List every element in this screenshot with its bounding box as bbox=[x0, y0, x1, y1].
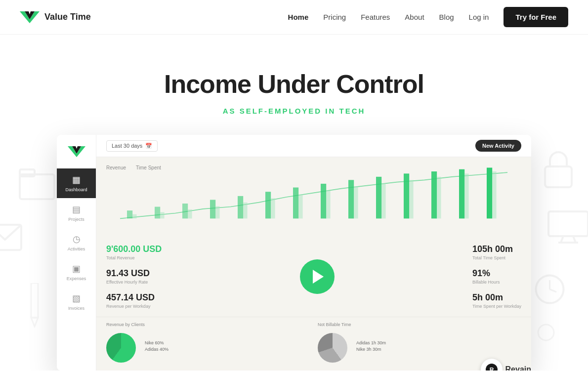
sidebar-item-activities[interactable]: ◷ Activities bbox=[57, 228, 96, 257]
svg-point-12 bbox=[536, 276, 564, 303]
nav-features[interactable]: Features bbox=[361, 13, 390, 21]
logo-text: Value Time bbox=[44, 12, 91, 22]
dashboard-icon: ▦ bbox=[72, 174, 81, 185]
billable-hours-value: 91% bbox=[472, 268, 521, 279]
svg-rect-33 bbox=[160, 212, 164, 218]
svg-rect-8 bbox=[548, 211, 588, 236]
not-billable-donut-chart bbox=[318, 333, 347, 363]
svg-rect-19 bbox=[155, 207, 160, 219]
stat-time-workday: 5h 00m Time Spent per Workday bbox=[472, 292, 521, 309]
svg-line-14 bbox=[550, 289, 557, 292]
svg-rect-37 bbox=[271, 198, 275, 218]
hero-subtitle: AS SELF-EMPLOYED IN TECH bbox=[20, 107, 568, 115]
nav-home[interactable]: Home bbox=[288, 13, 309, 21]
revain-text: Revain bbox=[505, 365, 531, 371]
sidebar-item-projects[interactable]: ▤ Projects bbox=[57, 198, 96, 228]
svg-line-10 bbox=[573, 236, 576, 243]
chart-area: Revenue Time Spent bbox=[96, 157, 531, 236]
nav-cta-button[interactable]: Try for Free bbox=[504, 7, 568, 27]
stat-total-revenue: 9'600.00 USD Total Revenue bbox=[106, 244, 162, 260]
deco-pencil-left bbox=[27, 283, 42, 330]
right-stats: 105h 00m Total Time Spent 91% Billable H… bbox=[472, 244, 521, 309]
not-billable-legend-item-0: Adidas 1h 30m bbox=[356, 340, 386, 345]
nav-blog[interactable]: Blog bbox=[439, 13, 454, 21]
time-workday-value: 5h 00m bbox=[472, 292, 521, 303]
svg-rect-35 bbox=[215, 206, 219, 218]
svg-line-9 bbox=[561, 236, 563, 243]
sidebar-projects-label: Projects bbox=[68, 217, 84, 222]
svg-rect-20 bbox=[182, 204, 188, 218]
svg-rect-27 bbox=[376, 177, 381, 219]
sidebar-dashboard-label: Dashboard bbox=[65, 187, 87, 192]
svg-rect-24 bbox=[293, 188, 298, 219]
date-filter[interactable]: Last 30 days 📅 bbox=[106, 140, 158, 152]
deco-monitor-right bbox=[546, 209, 588, 246]
svg-marker-6 bbox=[31, 318, 38, 327]
svg-rect-44 bbox=[464, 173, 468, 218]
nav-pricing[interactable]: Pricing bbox=[323, 13, 346, 21]
svg-rect-26 bbox=[348, 180, 354, 218]
svg-rect-3 bbox=[20, 169, 35, 176]
dashboard-preview: ▦ Dashboard ▤ Projects ◷ Activities ▣ Ex… bbox=[57, 135, 531, 371]
sidebar-activities-label: Activities bbox=[68, 247, 85, 251]
stats-row: 9'600.00 USD Total Revenue 91.43 USD Eff… bbox=[96, 236, 531, 317]
svg-rect-40 bbox=[354, 186, 358, 218]
hourly-rate-desc: Effective Hourly Rate bbox=[106, 280, 162, 285]
deco-circle-right bbox=[536, 323, 556, 344]
svg-rect-18 bbox=[127, 210, 132, 218]
play-button[interactable] bbox=[300, 259, 335, 294]
total-revenue-value: 9'600.00 USD bbox=[106, 244, 162, 254]
revenue-label: Revenue bbox=[106, 165, 126, 170]
legend-item-1: Adidas 40% bbox=[145, 347, 168, 352]
stat-billable-hours: 91% Billable Hours bbox=[472, 268, 521, 285]
time-workday-desc: Time Spent per Workday bbox=[472, 304, 521, 309]
svg-rect-45 bbox=[492, 171, 496, 218]
logo[interactable]: Value Time bbox=[20, 7, 91, 27]
billable-hours-desc: Billable Hours bbox=[472, 280, 521, 285]
svg-point-15 bbox=[538, 325, 554, 340]
svg-rect-2 bbox=[20, 174, 54, 199]
time-spent-label: Time Spent bbox=[136, 165, 161, 170]
svg-rect-7 bbox=[545, 166, 572, 187]
nav-links: Home Pricing Features About Blog Log in … bbox=[288, 7, 568, 27]
svg-rect-43 bbox=[437, 177, 441, 219]
invoices-icon: ▧ bbox=[72, 293, 81, 304]
svg-text:R: R bbox=[489, 367, 494, 371]
sidebar-item-expenses[interactable]: ▣ Expenses bbox=[57, 257, 96, 287]
nav-login[interactable]: Log in bbox=[469, 13, 489, 21]
svg-rect-42 bbox=[409, 180, 413, 218]
revenue-clients-title: Revenue by Clients bbox=[106, 317, 310, 327]
stat-revenue-workday: 457.14 USD Revenue per Workday bbox=[106, 292, 162, 309]
revenue-workday-value: 457.14 USD bbox=[106, 292, 162, 303]
new-activity-button[interactable]: New Activity bbox=[475, 140, 521, 152]
chart-labels: Revenue Time Spent bbox=[106, 165, 161, 170]
sidebar-item-invoices[interactable]: ▧ Invoices bbox=[57, 287, 96, 317]
not-billable-legend: Adidas 1h 30m Nike 3h 30m bbox=[356, 340, 386, 353]
svg-rect-23 bbox=[265, 192, 271, 218]
revenue-by-clients-chart: Revenue by Clients Nike 60% Adidas 40% bbox=[106, 317, 310, 363]
projects-icon: ▤ bbox=[72, 204, 81, 215]
deco-lock-right bbox=[541, 150, 576, 191]
main-content: Last 30 days 📅 New Activity Revenue Time… bbox=[96, 135, 531, 371]
nav-about[interactable]: About bbox=[405, 13, 424, 21]
not-billable-legend-item-1: Nike 3h 30m bbox=[356, 347, 386, 352]
svg-rect-25 bbox=[321, 184, 326, 218]
svg-rect-30 bbox=[459, 169, 464, 219]
revenue-legend: Nike 60% Adidas 40% bbox=[145, 340, 168, 353]
svg-rect-28 bbox=[404, 173, 409, 218]
svg-rect-31 bbox=[487, 167, 492, 218]
svg-rect-29 bbox=[431, 171, 437, 218]
svg-rect-5 bbox=[31, 283, 38, 318]
sidebar-invoices-label: Invoices bbox=[68, 306, 84, 311]
svg-rect-38 bbox=[298, 195, 302, 219]
calendar-icon: 📅 bbox=[145, 143, 152, 149]
deco-clock-right bbox=[534, 273, 566, 307]
sidebar-item-dashboard[interactable]: ▦ Dashboard bbox=[57, 168, 96, 198]
svg-rect-21 bbox=[210, 200, 215, 218]
activities-icon: ◷ bbox=[73, 234, 81, 245]
sidebar: ▦ Dashboard ▤ Projects ◷ Activities ▣ Ex… bbox=[57, 135, 96, 371]
hourly-rate-value: 91.43 USD bbox=[106, 268, 162, 279]
deco-envelope-left bbox=[0, 224, 22, 253]
expenses-icon: ▣ bbox=[72, 263, 81, 274]
svg-rect-4 bbox=[0, 225, 21, 250]
